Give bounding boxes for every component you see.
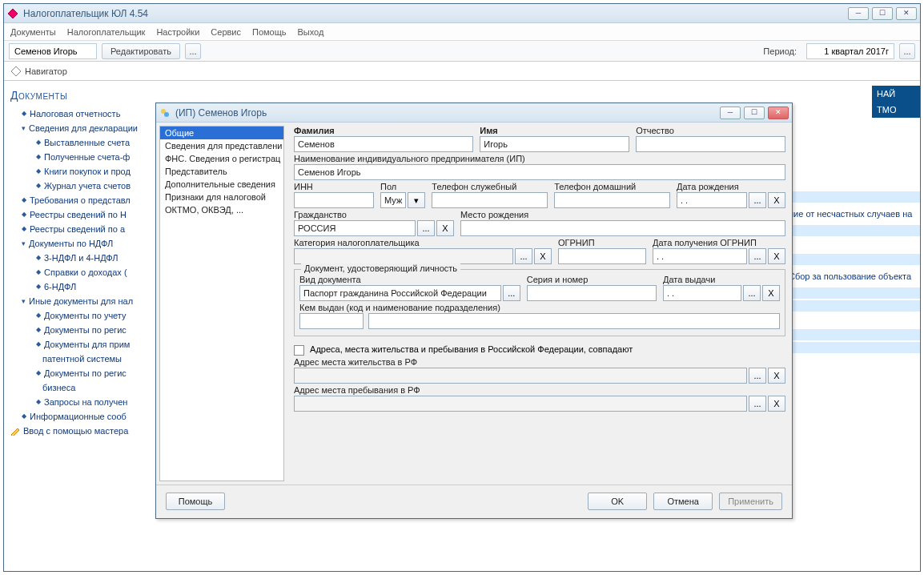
input-sex[interactable]: Муж (380, 192, 406, 208)
right-row-6 (789, 329, 920, 340)
bullet-icon: ◆ (36, 251, 41, 265)
toolbar-more-button[interactable]: ... (185, 43, 201, 59)
sex-dropdown-button[interactable]: ▾ (408, 192, 425, 208)
ok-button[interactable]: OK (588, 493, 647, 510)
navigator-row[interactable]: Навигатор (4, 62, 920, 81)
right-box-1: НАЙ (872, 86, 920, 102)
ogrnipdate-picker-button[interactable]: ... (749, 248, 766, 264)
input-workphone[interactable] (432, 192, 548, 208)
input-ogrnipdate[interactable]: . . (653, 248, 747, 264)
period-picker-button[interactable]: ... (899, 43, 915, 59)
label-category: Категория налогоплательщика (294, 238, 552, 247)
input-citizenship[interactable]: РОССИЯ (294, 220, 416, 236)
navigator-label: Навигатор (25, 66, 67, 76)
menu-taxpayer[interactable]: Налогоплательщик (67, 27, 146, 37)
addrlive-browse-button[interactable]: ... (749, 368, 766, 384)
bullet-icon: ◆ (36, 366, 41, 380)
input-birthplace[interactable] (460, 220, 785, 236)
input-ogrnip[interactable] (558, 248, 646, 264)
collapse-icon: ▾ (22, 294, 26, 308)
label-issuedby: Кем выдан (код и наименование подразделе… (299, 303, 780, 312)
input-docnum[interactable] (527, 285, 657, 301)
dialog-maximize-button[interactable]: ☐ (744, 107, 765, 119)
main-titlebar: Налогоплательщик ЮЛ 4.54 ─ ☐ ✕ (4, 4, 920, 23)
dialog-nav-fns[interactable]: ФНС. Сведения о регистрац (160, 152, 283, 165)
dialog-nav-oktmo[interactable]: ОКТМО, ОКВЭД, ... (160, 203, 283, 216)
bullet-icon: ◆ (22, 107, 26, 121)
bullet-icon: ◆ (36, 323, 41, 337)
category-clear-button[interactable]: X (534, 248, 552, 264)
label-doctype: Вид документа (299, 275, 520, 284)
input-docdate[interactable]: . . (663, 285, 741, 301)
input-homephone[interactable] (554, 192, 670, 208)
dialog-nav-representative[interactable]: Представитель (160, 165, 283, 178)
label-inn: ИНН (294, 182, 374, 191)
dialog-nav-taxflags[interactable]: Признаки для налоговой (160, 191, 283, 203)
bullet-icon: ◆ (36, 164, 41, 179)
wand-icon (10, 426, 20, 436)
menu-help[interactable]: Помощь (252, 27, 287, 37)
apply-button[interactable]: Применить (719, 493, 782, 510)
dialog-icon (159, 107, 171, 119)
menu-settings[interactable]: Настройки (156, 27, 199, 37)
citizenship-clear-button[interactable]: X (436, 220, 454, 236)
birthdate-clear-button[interactable]: X (768, 192, 785, 208)
label-citizenship: Гражданство (294, 210, 454, 219)
toolbar: Семенов Игорь Редактировать ... Период: … (4, 41, 920, 62)
label-birthplace: Место рождения (460, 210, 785, 219)
dialog-nav-general[interactable]: Общие (160, 127, 283, 139)
input-issuedby-code[interactable] (299, 313, 364, 329)
right-panel: НАЙ ТМО ние от несчастных случаев на Сбо… (789, 86, 920, 355)
addrstay-clear-button[interactable]: X (768, 396, 785, 412)
maximize-button[interactable]: ☐ (872, 7, 893, 20)
input-addrlive[interactable] (294, 368, 747, 384)
input-patronymic[interactable] (636, 136, 785, 152)
bullet-icon: ◆ (36, 150, 41, 164)
bullet-icon: ◆ (36, 179, 41, 193)
input-lastname[interactable]: Семенов (294, 136, 473, 152)
help-button[interactable]: Помощь (166, 493, 225, 510)
dialog-nav-additional[interactable]: Дополнительные сведения (160, 178, 283, 191)
category-browse-button[interactable]: ... (515, 248, 532, 264)
menu-service[interactable]: Сервис (211, 27, 241, 37)
app-title: Налогоплательщик ЮЛ 4.54 (23, 8, 848, 19)
input-ipname[interactable]: Семенов Игорь (294, 164, 785, 180)
dialog-nav-submission[interactable]: Сведения для представлени (160, 139, 283, 152)
input-doctype[interactable]: Паспорт гражданина Российской Федерации (299, 285, 501, 301)
docdate-clear-button[interactable]: X (762, 285, 780, 301)
edit-button[interactable]: Редактировать (102, 43, 180, 59)
menu-documents[interactable]: Документы (10, 27, 56, 37)
input-addrstay[interactable] (294, 396, 747, 412)
right-link-1[interactable]: ние от несчастных случаев на (789, 209, 920, 219)
ogrnipdate-clear-button[interactable]: X (768, 248, 785, 264)
right-link-2[interactable]: Сбор за пользование объекта (789, 271, 920, 281)
input-inn[interactable] (294, 192, 374, 208)
input-firstname[interactable]: Игорь (480, 136, 629, 152)
doctype-browse-button[interactable]: ... (503, 285, 520, 301)
right-row-2 (789, 225, 920, 236)
bullet-icon: ◆ (36, 337, 41, 352)
cancel-button[interactable]: Отмена (653, 493, 713, 510)
label-docnum: Серия и номер (527, 275, 657, 284)
dialog-minimize-button[interactable]: ─ (720, 107, 741, 119)
minimize-button[interactable]: ─ (848, 7, 869, 20)
citizenship-browse-button[interactable]: ... (417, 220, 435, 236)
checkbox-addresses-same[interactable] (294, 345, 304, 356)
label-firstname: Имя (480, 126, 629, 135)
input-birthdate[interactable]: . . (677, 192, 747, 208)
close-button[interactable]: ✕ (896, 7, 917, 20)
bullet-icon: ◆ (36, 279, 41, 294)
addrstay-browse-button[interactable]: ... (749, 396, 766, 412)
addrlive-clear-button[interactable]: X (768, 368, 785, 384)
collapse-icon: ▾ (22, 236, 26, 251)
input-issuedby-name[interactable] (368, 313, 780, 329)
dialog-close-button[interactable]: ✕ (768, 107, 789, 119)
label-patronymic: Отчество (636, 126, 785, 135)
bullet-icon: ◆ (22, 207, 26, 222)
right-row-7 (789, 342, 920, 353)
docdate-picker-button[interactable]: ... (743, 285, 761, 301)
menu-exit[interactable]: Выход (298, 27, 324, 37)
period-label: Период: (763, 46, 797, 56)
input-category[interactable] (294, 248, 513, 264)
birthdate-picker-button[interactable]: ... (749, 192, 766, 208)
